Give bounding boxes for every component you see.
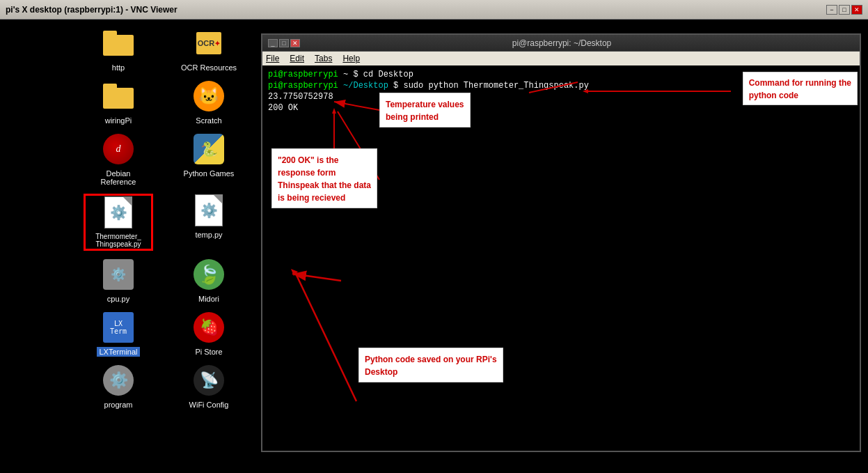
annotation-command: Command for running thepython code [743, 72, 858, 105]
term-cmd-2: sudo python Thermometer_Thingspeak.py [403, 81, 588, 91]
icon-label-cpu: cpu.py [105, 294, 132, 304]
icon-label-wiringpi: wiringPi [103, 116, 134, 125]
title-bar: pi's X desktop (raspberrypi:1) - VNC Vie… [0, 0, 868, 20]
window-title: pi's X desktop (raspberrypi:1) - VNC Vie… [6, 5, 177, 15]
desktop-icon-thermometer[interactable]: ⚙️ Thermometer_Thingspeak.py [84, 194, 153, 251]
icon-label-thermometer: Thermometer_Thingspeak.py [93, 232, 143, 249]
window-controls: − □ ✕ [826, 5, 862, 15]
annotation-temp-text: Temperature valuesbeing printed [386, 100, 464, 122]
maximize-button[interactable]: □ [839, 5, 850, 15]
annotation-ok-text: "200 OK" is theresponse formThinspeak th… [278, 155, 371, 203]
term-max-btn[interactable]: □ [279, 39, 289, 47]
terminal-content: pi@raspberrypi ~ $ cd Desktop pi@raspber… [262, 65, 860, 451]
minimize-button[interactable]: − [826, 5, 837, 15]
term-dir-2b: $ [393, 81, 403, 91]
python-icon: 🐍 [192, 132, 226, 166]
desktop-icon-wifi[interactable]: 📡 WiFi Config [174, 364, 244, 410]
annotation-python-code-text: Python code saved on your RPi'sDesktop [365, 355, 497, 377]
icon-label-temp: temp.py [193, 230, 224, 240]
left-panel [0, 20, 70, 473]
icon-label-http: http [110, 63, 127, 72]
desktop-icon-scratch[interactable]: 🐱 Scratch [174, 79, 244, 125]
icon-label-lxterminal: LXTerminal [97, 347, 139, 357]
cpu-icon: ⚙️ [102, 258, 135, 291]
terminal-menubar: File Edit Tabs Help [262, 52, 860, 65]
annotation-ok-response: "200 OK" is theresponse formThinspeak th… [271, 148, 377, 208]
desktop-icon-cpu[interactable]: ⚙️ cpu.py [84, 258, 153, 304]
desktop-icon-pistore[interactable]: 🍓 Pi Store [174, 311, 244, 357]
icon-label-wifi: WiFi Config [187, 400, 231, 410]
icon-row-7: ⚙️ program 📡 WiFi Config [73, 364, 254, 410]
icon-label-scratch: Scratch [194, 116, 223, 125]
desktop-icon-http[interactable]: http [84, 26, 153, 72]
midori-icon: 🍃 [192, 258, 226, 291]
menu-tabs[interactable]: Tabs [315, 54, 332, 63]
term-output-2: 200 OK [268, 103, 298, 113]
wifi-icon: 📡 [192, 364, 226, 397]
main-area: http OCR✦ OCR Resources wiringPi [0, 20, 868, 473]
desktop-icon-python-games[interactable]: 🐍 Python Games [174, 132, 244, 178]
debian-icon: d [102, 132, 135, 166]
desktop-icon-lxterminal[interactable]: LXTerm LXTerminal [84, 311, 153, 357]
desktop-icon-midori[interactable]: 🍃 Midori [174, 258, 244, 304]
icon-label-program: program [102, 400, 135, 410]
icon-row-5: ⚙️ cpu.py 🍃 Midori [73, 258, 254, 304]
term-close-btn[interactable]: ✕ [290, 39, 300, 47]
annotation-python-code: Python code saved on your RPi'sDesktop [358, 348, 503, 382]
icon-row-2: wiringPi 🐱 Scratch [73, 79, 254, 125]
menu-help[interactable]: Help [342, 54, 360, 63]
scratch-icon: 🐱 [192, 79, 226, 113]
icon-row-4: ⚙️ Thermometer_Thingspeak.py ⚙️ temp.py [73, 194, 254, 251]
ocr-icon: OCR✦ [192, 26, 226, 60]
pistore-icon: 🍓 [192, 311, 226, 344]
close-button[interactable]: ✕ [851, 5, 862, 15]
program-icon: ⚙️ [102, 364, 135, 397]
desktop-icon-ocr[interactable]: OCR✦ OCR Resources [174, 26, 244, 72]
icon-label-debian: DebianReference [99, 169, 139, 187]
icon-label-python-games: Python Games [182, 169, 237, 178]
term-prompt-1: pi@raspberrypi [268, 70, 338, 79]
icon-label-midori: Midori [196, 294, 221, 304]
term-dir-1: ~ $ [343, 70, 358, 79]
term-prompt-2: pi@raspberrypi [268, 81, 338, 91]
desktop-area: http OCR✦ OCR Resources wiringPi [70, 20, 258, 473]
annotation-command-text: Command for running thepython code [749, 78, 851, 100]
icon-row-1: http OCR✦ OCR Resources [73, 26, 254, 72]
menu-file[interactable]: File [266, 54, 279, 63]
terminal-win-buttons: _ □ ✕ [268, 39, 300, 47]
menu-edit[interactable]: Edit [290, 54, 304, 63]
thermometer-file-icon: ⚙️ [102, 196, 135, 229]
term-min-btn[interactable]: _ [268, 39, 278, 47]
annotation-temp-values: Temperature valuesbeing printed [379, 93, 471, 127]
icon-row-3: d DebianReference 🐍 Python Games [73, 132, 254, 187]
icon-label-pistore: Pi Store [193, 347, 224, 357]
term-output-1: 23.7750752978 [268, 92, 333, 102]
desktop-icon-debian[interactable]: d DebianReference [84, 132, 153, 187]
desktop-icon-wiringpi[interactable]: wiringPi [84, 79, 153, 125]
terminal-titlebar: _ □ ✕ pi@raspberrypi: ~/Desktop [262, 35, 860, 52]
wiring-icon [102, 79, 135, 113]
temp-file-icon: ⚙️ [192, 194, 226, 227]
term-dir-2: ~/Desktop [343, 81, 388, 91]
icon-label-ocr: OCR Resources [179, 63, 239, 72]
desktop-icon-temp[interactable]: ⚙️ temp.py [174, 194, 244, 240]
terminal-title-text: pi@raspberrypi: ~/Desktop [300, 38, 823, 48]
terminal-window: _ □ ✕ pi@raspberrypi: ~/Desktop File Edi… [258, 20, 868, 473]
term-cmd-1: cd Desktop [363, 70, 413, 79]
folder-icon-http [102, 26, 135, 60]
desktop-icon-program[interactable]: ⚙️ program [84, 364, 153, 410]
icon-row-6: LXTerm LXTerminal 🍓 Pi Store [73, 311, 254, 357]
lxterminal-icon: LXTerm [102, 311, 135, 344]
